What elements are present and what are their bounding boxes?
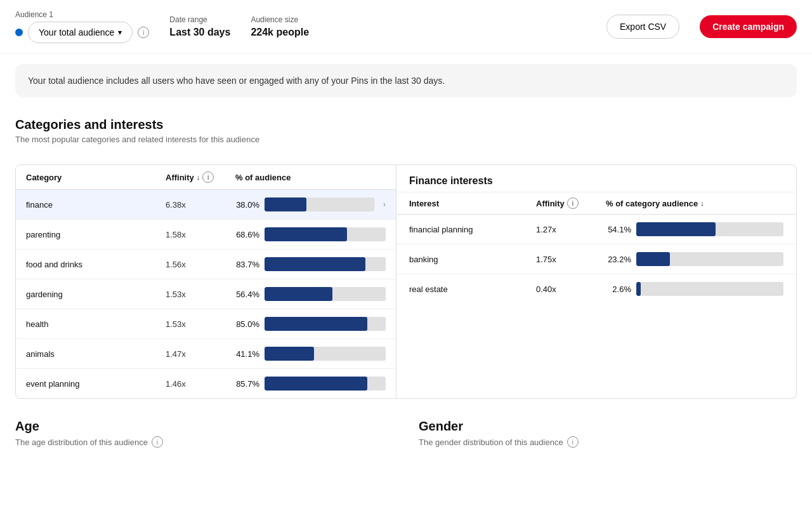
finance-rows: financial planning 1.27x 54.1% banking 1… bbox=[396, 215, 796, 304]
info-banner-text: Your total audience includes all users w… bbox=[28, 76, 445, 86]
row-category-1: parenting bbox=[26, 230, 166, 239]
frow-affinity-2: 0.40x bbox=[536, 284, 606, 294]
row-pct-label-3: 56.4% bbox=[235, 290, 259, 299]
table-row[interactable]: food and drinks 1.56x 83.7% bbox=[16, 250, 396, 279]
audience-selector: Your total audience ▾ i bbox=[15, 22, 149, 43]
table-row[interactable]: health 1.53x 85.0% bbox=[16, 309, 396, 339]
frow-pct-cell-0: 54.1% bbox=[606, 222, 783, 236]
audience-info-icon[interactable]: i bbox=[138, 27, 149, 38]
date-range-value: Last 30 days bbox=[169, 27, 230, 38]
frow-pct-cell-2: 2.6% bbox=[606, 282, 783, 296]
audience-dropdown[interactable]: Your total audience ▾ bbox=[28, 22, 133, 43]
audience-size-block: Audience size 224k people bbox=[251, 15, 309, 38]
row-pct-cell-6: 85.7% bbox=[235, 377, 386, 391]
top-bar: Audience 1 Your total audience ▾ i Date … bbox=[0, 0, 812, 54]
bar-track-5 bbox=[265, 347, 386, 361]
row-pct-cell-3: 56.4% bbox=[235, 287, 386, 301]
row-arrow-icon: › bbox=[383, 200, 386, 209]
bar-fill-1 bbox=[265, 227, 347, 241]
fbar-fill-1 bbox=[636, 252, 670, 266]
bar-track-3 bbox=[265, 287, 386, 301]
bar-track-2 bbox=[265, 257, 386, 271]
gender-subtitle: The gender distribution of this audience… bbox=[419, 436, 797, 448]
bar-track-0 bbox=[265, 197, 374, 211]
table-row[interactable]: event planning 1.46x 85.7% bbox=[16, 369, 396, 398]
row-pct-label-4: 85.0% bbox=[235, 319, 259, 329]
frow-interest-1: banking bbox=[409, 255, 536, 264]
table-row[interactable]: finance 6.38x 38.0% › bbox=[16, 190, 396, 220]
age-info-icon[interactable]: i bbox=[152, 436, 163, 448]
create-campaign-button[interactable]: Create campaign bbox=[700, 15, 797, 38]
frow-affinity-0: 1.27x bbox=[536, 225, 606, 234]
row-category-0: finance bbox=[26, 200, 166, 210]
categories-rows: finance 6.38x 38.0% › parenting 1.58x 68… bbox=[16, 190, 396, 398]
finance-panel-title: Finance interests bbox=[396, 165, 796, 192]
age-subtitle: The age distribution of this audience i bbox=[15, 436, 393, 448]
col-header-pct: % of audience bbox=[235, 173, 386, 182]
info-banner: Your total audience includes all users w… bbox=[15, 64, 797, 97]
col-header-category: Category bbox=[26, 173, 166, 182]
row-category-2: food and drinks bbox=[26, 260, 166, 269]
finance-table-row[interactable]: banking 1.75x 23.2% bbox=[396, 244, 796, 274]
frow-pct-cell-1: 23.2% bbox=[606, 252, 783, 266]
row-affinity-1: 1.58x bbox=[166, 230, 235, 239]
date-range-block: Date range Last 30 days bbox=[169, 15, 230, 38]
row-category-4: health bbox=[26, 319, 166, 329]
bar-track-6 bbox=[265, 377, 386, 391]
categories-table: Category Affinity ↓ i % of audience fina… bbox=[16, 165, 396, 398]
row-category-5: animals bbox=[26, 349, 166, 359]
export-csv-button[interactable]: Export CSV bbox=[606, 15, 679, 39]
fbar-track-0 bbox=[636, 222, 783, 236]
fcol-header-pct: % of category audience ↓ bbox=[606, 199, 783, 208]
categories-subtitle: The most popular categories and related … bbox=[15, 135, 797, 144]
row-affinity-2: 1.56x bbox=[166, 260, 235, 269]
bar-fill-0 bbox=[265, 197, 306, 211]
frow-interest-0: financial planning bbox=[409, 225, 536, 234]
frow-affinity-1: 1.75x bbox=[536, 255, 606, 264]
row-pct-cell-0: 38.0% › bbox=[235, 197, 386, 211]
row-pct-label-1: 68.6% bbox=[235, 230, 259, 239]
col-header-affinity: Affinity ↓ i bbox=[166, 171, 235, 183]
categories-title: Categories and interests bbox=[15, 117, 797, 132]
bar-track-1 bbox=[265, 227, 386, 241]
row-affinity-0: 6.38x bbox=[166, 200, 235, 210]
gender-section: Gender The gender distribution of this a… bbox=[419, 419, 797, 448]
age-section: Age The age distribution of this audienc… bbox=[15, 419, 393, 448]
row-pct-label-2: 83.7% bbox=[235, 260, 259, 269]
table-row[interactable]: gardening 1.53x 56.4% bbox=[16, 279, 396, 309]
row-pct-cell-5: 41.1% bbox=[235, 347, 386, 361]
categories-section-header: Categories and interests The most popula… bbox=[0, 107, 812, 164]
fbar-fill-0 bbox=[636, 222, 716, 236]
chevron-down-icon: ▾ bbox=[118, 28, 122, 37]
finance-affinity-info-icon[interactable]: i bbox=[567, 197, 579, 209]
table-row[interactable]: parenting 1.58x 68.6% bbox=[16, 220, 396, 250]
table-row[interactable]: animals 1.47x 41.1% bbox=[16, 339, 396, 369]
finance-table-row[interactable]: real estate 0.40x 2.6% bbox=[396, 274, 796, 304]
row-affinity-5: 1.47x bbox=[166, 349, 235, 359]
row-affinity-6: 1.46x bbox=[166, 379, 235, 389]
row-category-6: event planning bbox=[26, 379, 166, 389]
frow-pct-label-0: 54.1% bbox=[606, 225, 631, 234]
bar-fill-2 bbox=[265, 257, 365, 271]
affinity-info-icon[interactable]: i bbox=[202, 171, 214, 183]
affinity-sort-icon: ↓ bbox=[197, 173, 200, 181]
fbar-track-1 bbox=[636, 252, 783, 266]
audience-dropdown-text: Your total audience bbox=[39, 27, 114, 37]
categories-table-header: Category Affinity ↓ i % of audience bbox=[16, 165, 396, 190]
fcol-header-interest: Interest bbox=[409, 199, 536, 208]
row-pct-cell-4: 85.0% bbox=[235, 317, 386, 331]
gender-info-icon[interactable]: i bbox=[567, 436, 579, 448]
age-title: Age bbox=[15, 419, 393, 434]
row-pct-label-0: 38.0% bbox=[235, 200, 259, 210]
frow-pct-label-1: 23.2% bbox=[606, 255, 631, 264]
bar-track-4 bbox=[265, 317, 386, 331]
finance-table-row[interactable]: financial planning 1.27x 54.1% bbox=[396, 215, 796, 244]
audience-dot bbox=[15, 29, 23, 36]
bar-fill-3 bbox=[265, 287, 332, 301]
row-affinity-4: 1.53x bbox=[166, 319, 235, 329]
bar-fill-5 bbox=[265, 347, 314, 361]
fcol-header-affinity: Affinity i bbox=[536, 197, 606, 209]
fbar-fill-2 bbox=[636, 282, 641, 296]
bar-fill-4 bbox=[265, 317, 367, 331]
audience-label: Audience 1 bbox=[15, 10, 149, 19]
